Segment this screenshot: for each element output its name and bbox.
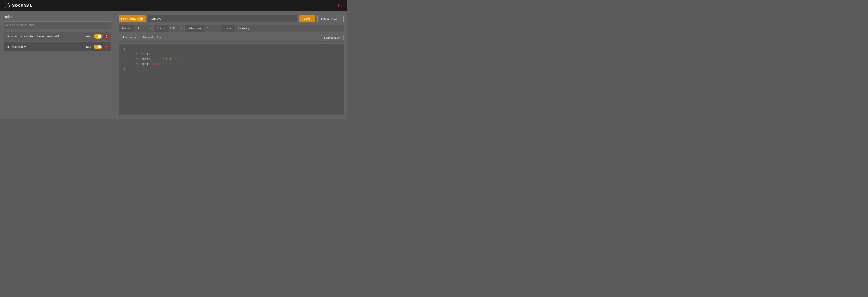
svg-rect-5 — [106, 36, 107, 37]
rule-delete-button[interactable] — [104, 34, 109, 39]
search-input[interactable] — [4, 21, 112, 29]
rule-toggle[interactable] — [94, 34, 102, 39]
app-name: MOCKMAN — [12, 4, 33, 8]
content-panel: Regex URL Save Reset / New + Method GET … — [115, 11, 347, 118]
rule-method: GET — [85, 45, 92, 49]
rule-item[interactable]: todo-reg: todosVd GET — [4, 42, 112, 51]
status-label: Status — [154, 25, 168, 32]
tab-resp-headers[interactable]: Resp Headers — [140, 34, 165, 42]
rule-item[interactable]: https://jsonplaceholder.typicode.com/tod… — [4, 32, 112, 41]
delay-label: Delay (ms) — [185, 25, 204, 32]
logo-icon — [4, 3, 10, 8]
label-label: Label — [222, 25, 235, 32]
code-line: 5 · } — [122, 66, 341, 72]
top-row: Regex URL Save Reset / New + — [119, 15, 344, 22]
method-group: Method GET POST PUT DELETE PATCH ▼ — [119, 25, 154, 32]
code-line: 4 "done": false — [122, 61, 341, 66]
delay-input[interactable] — [204, 25, 222, 32]
status-select-wrap: 200 201 400 401 403 404 500 ▼ — [168, 25, 184, 32]
tabs-row: Response Resp Headers Format JSON — [119, 34, 344, 42]
tab-response[interactable]: Response — [119, 34, 140, 42]
rule-delete-button[interactable] — [104, 44, 109, 50]
rule-url: https://jsonplaceholder.typicode.com/tod… — [6, 35, 83, 38]
rules-list: https://jsonplaceholder.typicode.com/tod… — [4, 32, 112, 51]
rule-toggle[interactable] — [94, 45, 102, 49]
sidebar-title: Rules — [4, 15, 112, 19]
svg-rect-6 — [106, 47, 107, 48]
tabs: Response Resp Headers — [119, 34, 165, 42]
regex-url-toggle[interactable] — [137, 17, 143, 21]
search-icon — [5, 23, 8, 27]
main-layout: Rules × https://jsonplaceholder.typicode… — [0, 11, 347, 118]
code-line: 3 "description": "Task 1", — [122, 57, 341, 61]
code-editor[interactable]: 1 · { 2 "id": 1, 3 "description": "Task … — [119, 44, 344, 115]
search-container: × — [4, 21, 112, 29]
logo: MOCKMAN — [4, 3, 33, 8]
regex-url-button[interactable]: Regex URL — [119, 16, 146, 22]
code-line: 1 · { — [122, 47, 341, 52]
rule-url: todo-reg: todosVd — [6, 45, 83, 49]
app-header: MOCKMAN — [0, 0, 347, 11]
config-row: Method GET POST PUT DELETE PATCH ▼ Statu… — [119, 25, 344, 32]
svg-line-4 — [7, 25, 8, 26]
delay-group: Delay (ms) — [185, 25, 222, 32]
trash-icon — [105, 46, 108, 48]
code-line: 2 "id": 1, — [122, 52, 341, 57]
method-select-wrap: GET POST PUT DELETE PATCH ▼ — [134, 25, 153, 32]
rule-method: GET — [85, 35, 92, 38]
svg-rect-1 — [7, 6, 7, 7]
method-select[interactable]: GET POST PUT DELETE PATCH — [134, 25, 150, 32]
status-select[interactable]: 200 201 400 401 403 404 500 — [168, 25, 181, 32]
method-label: Method — [119, 25, 134, 32]
save-button[interactable]: Save — [299, 15, 315, 22]
svg-point-3 — [6, 24, 7, 25]
sidebar: Rules × https://jsonplaceholder.typicode… — [0, 11, 115, 118]
trash-icon — [105, 35, 108, 38]
search-clear-button[interactable]: × — [108, 23, 110, 27]
status-group: Status 200 201 400 401 403 404 500 ▼ — [154, 25, 185, 32]
reset-button[interactable]: Reset / New + — [317, 15, 344, 22]
url-input[interactable] — [148, 15, 297, 22]
format-json-button[interactable]: Format JSON — [321, 35, 344, 41]
power-icon — [338, 3, 343, 8]
label-input[interactable] — [235, 25, 344, 32]
label-group: Label — [222, 25, 344, 32]
power-button[interactable] — [338, 3, 343, 9]
